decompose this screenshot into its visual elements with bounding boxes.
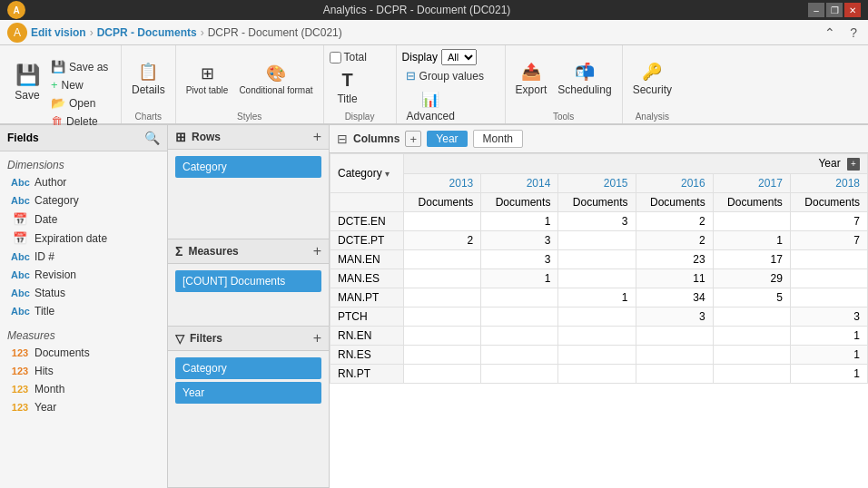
value-cell	[481, 307, 558, 326]
total-checkbox-wrapper: Total	[330, 49, 367, 65]
value-cell: 1	[790, 345, 867, 364]
measures-items: [COUNT] Documents	[168, 264, 329, 298]
new-icon: +	[51, 78, 58, 92]
group-values-button[interactable]: ⊟ Group values	[402, 67, 488, 84]
measures-section: Σ Measures + [COUNT] Documents	[168, 239, 329, 327]
year-2018-header[interactable]: 2018	[790, 173, 867, 192]
advanced-button[interactable]: 📊 Advanced	[402, 88, 459, 124]
value-cell: 1	[713, 230, 790, 249]
month-chip[interactable]: Month	[473, 130, 523, 148]
num-icon2: 123	[11, 366, 29, 376]
category-cell: RN.EN	[330, 326, 404, 345]
fields-content: Dimensions Abc Author Abc Category 📅 Dat…	[0, 151, 167, 488]
field-status[interactable]: Abc Status	[0, 284, 167, 302]
open-button[interactable]: 📂 Open	[47, 94, 112, 112]
value-cell	[404, 307, 481, 326]
close-button[interactable]: ✕	[844, 3, 861, 17]
tools-label: Tools	[511, 110, 616, 122]
year-2014-header[interactable]: 2014	[481, 173, 558, 192]
year-label: Year	[35, 401, 56, 414]
measures-documents-item[interactable]: [COUNT] Documents	[175, 270, 321, 292]
total-label: Total	[344, 51, 367, 63]
field-expiration-date[interactable]: 📅 Expiration date	[0, 229, 167, 248]
year-header-label: Year	[818, 157, 843, 170]
rows-category-item[interactable]: Category	[175, 156, 321, 178]
save-button[interactable]: 💾 Save	[9, 54, 45, 111]
export-button[interactable]: 📤 Export	[511, 51, 552, 107]
year-2015-header[interactable]: 2015	[558, 173, 636, 192]
field-hits[interactable]: 123 Hits	[0, 362, 167, 380]
id-icon: Abc	[11, 251, 29, 262]
security-button[interactable]: 🔑 Security	[628, 51, 676, 107]
year-2017-header[interactable]: 2017	[713, 173, 790, 192]
title-icon2: Abc	[11, 306, 29, 317]
field-title[interactable]: Abc Title	[0, 302, 167, 320]
columns-add-button[interactable]: +	[405, 131, 421, 147]
value-cell	[713, 364, 790, 383]
value-cell	[481, 345, 558, 364]
value-cell	[558, 345, 636, 364]
docs-2013-header: Documents	[404, 192, 481, 211]
measures-label: Measures	[188, 245, 238, 258]
category-subheader	[330, 192, 404, 211]
rows-add-button[interactable]: +	[313, 130, 321, 144]
total-checkbox[interactable]	[330, 52, 341, 63]
breadcrumb-sep2: ›	[201, 26, 204, 39]
filter-category-item[interactable]: Category	[175, 357, 321, 379]
category-cell: RN.PT	[330, 364, 404, 383]
category-cell: MAN.ES	[330, 268, 404, 288]
docs-2016-header: Documents	[636, 192, 713, 211]
export-icon: 📤	[521, 62, 541, 82]
analysis-label: Analysis	[628, 110, 676, 122]
value-cell: 29	[713, 268, 790, 288]
year-chip[interactable]: Year	[427, 131, 467, 147]
measures-section-title: Measures	[0, 326, 167, 344]
conditional-format-button[interactable]: 🎨 Conditional format	[234, 51, 317, 107]
details-label: Details	[132, 83, 165, 96]
value-cell: 5	[713, 288, 790, 307]
filters-add-button[interactable]: +	[313, 331, 321, 346]
author-label: Author	[35, 176, 66, 189]
year-2016-header[interactable]: 2016	[636, 173, 713, 192]
display-select[interactable]: All	[441, 49, 477, 65]
category-cell: MAN.PT	[330, 288, 404, 307]
num-icon1: 123	[11, 347, 29, 358]
details-button[interactable]: 📋 Details	[127, 51, 170, 107]
breadcrumb-actions: ⌃ ?	[821, 24, 861, 42]
advanced-label: Advanced	[407, 110, 455, 122]
docs-2015-header: Documents	[558, 192, 636, 211]
field-author[interactable]: Abc Author	[0, 173, 167, 191]
field-revision[interactable]: Abc Revision	[0, 266, 167, 284]
field-date[interactable]: 📅 Date	[0, 210, 167, 229]
value-cell	[713, 326, 790, 345]
filter-year-item[interactable]: Year	[175, 382, 321, 404]
field-category[interactable]: Abc Category	[0, 191, 167, 210]
group-values-label: Group values	[419, 70, 484, 83]
restore-button[interactable]: ❐	[826, 3, 843, 17]
help-button[interactable]: ?	[846, 24, 861, 42]
scheduling-button[interactable]: 📬 Scheduling	[553, 51, 616, 107]
field-id[interactable]: Abc ID #	[0, 248, 167, 266]
field-month[interactable]: 123 Month	[0, 380, 167, 398]
search-icon[interactable]: 🔍	[144, 131, 160, 145]
charts-label: Charts	[127, 110, 170, 122]
edit-vision-link[interactable]: Edit vision	[31, 26, 86, 39]
value-cell	[404, 211, 481, 230]
value-cell	[558, 326, 636, 345]
measures-add-button[interactable]: +	[313, 244, 321, 259]
pivot-table-button[interactable]: ⊞ Pivot table	[182, 51, 233, 107]
dcpr-docs-link[interactable]: DCPR - Documents	[97, 26, 197, 39]
collapse-button[interactable]: ⌃	[821, 24, 839, 42]
title-button[interactable]: T Title	[330, 67, 366, 108]
field-year[interactable]: 123 Year	[0, 398, 167, 416]
sigma-icon: Σ	[175, 244, 182, 259]
field-documents[interactable]: 123 Documents	[0, 344, 167, 362]
save-as-button[interactable]: 💾 Save as	[47, 58, 112, 75]
year-expand-button[interactable]: +	[847, 158, 860, 171]
data-table-wrapper[interactable]: Category ▾ Year + 2013 2014 2015 2016 20…	[330, 153, 868, 488]
minimize-button[interactable]: –	[808, 3, 824, 17]
pivot-table-label: Pivot table	[186, 85, 229, 95]
new-button[interactable]: + New	[47, 76, 112, 93]
record-buttons: 💾 Save 💾 Save as + New 📂 Open �	[9, 51, 115, 130]
year-2013-header[interactable]: 2013	[404, 173, 481, 192]
